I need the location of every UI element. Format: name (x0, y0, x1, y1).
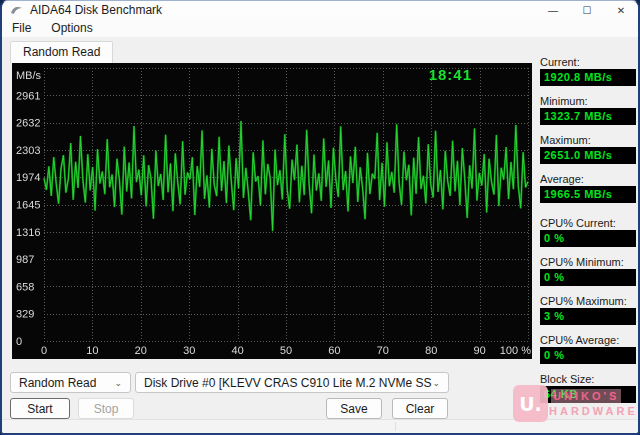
stat-group: CPU% Average:0 % (540, 333, 636, 364)
stat-value: 0 % (540, 269, 636, 286)
chevron-down-icon: ⌄ (114, 378, 122, 388)
title-bar: AIDA64 Disk Benchmark — ☐ ✕ (2, 1, 638, 19)
stat-value: 2651.0 MB/s (540, 147, 636, 164)
stat-group: Average:1966.5 MB/s (540, 172, 636, 203)
status-bar (2, 419, 638, 433)
tab-random-read[interactable]: Random Read (10, 41, 113, 63)
stat-value: 0 % (540, 230, 636, 247)
menu-file[interactable]: File (12, 19, 31, 37)
stat-group: Current:1920.8 MB/s (540, 55, 636, 86)
chevron-down-icon: ⌄ (432, 378, 440, 388)
stat-label: CPU% Maximum: (540, 294, 636, 308)
menu-options[interactable]: Options (51, 19, 92, 37)
menu-bar: File Options (2, 19, 638, 37)
stat-label: Current: (540, 55, 636, 69)
window-title: AIDA64 Disk Benchmark (30, 1, 162, 19)
drive-select[interactable]: Disk Drive #0 [KLEVV CRAS C910 Lite M.2 … (135, 372, 449, 393)
stat-label: CPU% Average: (540, 333, 636, 347)
test-type-select[interactable]: Random Read ⌄ (10, 372, 131, 393)
app-icon (10, 4, 24, 16)
stat-value: 1920.8 MB/s (540, 69, 636, 86)
maximize-button[interactable]: ☐ (570, 1, 604, 19)
stat-label: CPU% Current: (540, 216, 636, 230)
save-button[interactable]: Save (326, 398, 382, 419)
elapsed-clock: 18:41 (352, 66, 472, 83)
stat-value: 64 KB (540, 386, 636, 403)
stat-label: CPU% Minimum: (540, 255, 636, 269)
stat-group: CPU% Maximum:3 % (540, 294, 636, 325)
benchmark-chart (12, 63, 532, 359)
close-button[interactable]: ✕ (604, 1, 638, 19)
stat-value: 3 % (540, 308, 636, 325)
chart-panel: 18:41 (12, 63, 532, 359)
stat-value: 1323.7 MB/s (540, 108, 636, 125)
stat-group: CPU% Minimum:0 % (540, 255, 636, 286)
stat-group: Minimum:1323.7 MB/s (540, 94, 636, 125)
stat-label: Minimum: (540, 94, 636, 108)
stat-group: Block Size:64 KB (540, 372, 636, 403)
stat-group: CPU% Current:0 % (540, 216, 636, 247)
start-button[interactable]: Start (10, 398, 70, 419)
stat-label: Average: (540, 172, 636, 186)
stats-sidebar: Current:1920.8 MB/sMinimum:1323.7 MB/sMa… (540, 55, 636, 411)
app-window: AIDA64 Disk Benchmark — ☐ ✕ File Options… (0, 0, 640, 435)
clear-button[interactable]: Clear (392, 398, 448, 419)
stat-value: 0 % (540, 347, 636, 364)
status-bar-divider (395, 422, 396, 431)
drive-select-value: Disk Drive #0 [KLEVV CRAS C910 Lite M.2 … (144, 376, 432, 390)
stop-button[interactable]: Stop (78, 398, 134, 419)
test-type-value: Random Read (19, 376, 96, 390)
minimize-button[interactable]: — (536, 1, 570, 19)
stat-value: 1966.5 MB/s (540, 186, 636, 203)
stat-label: Block Size: (540, 372, 636, 386)
stat-group: Maximum:2651.0 MB/s (540, 133, 636, 164)
stat-label: Maximum: (540, 133, 636, 147)
